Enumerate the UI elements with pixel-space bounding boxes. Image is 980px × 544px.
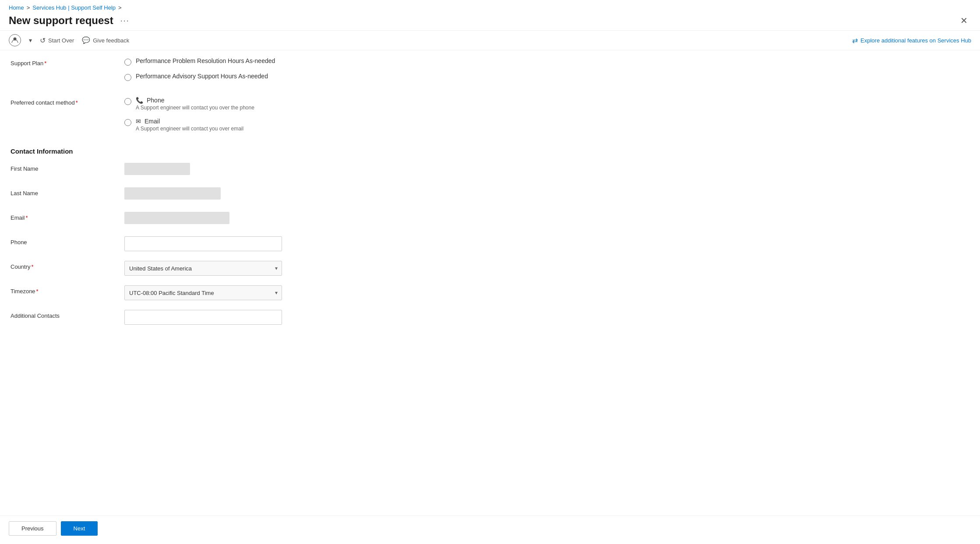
additional-contacts-row: Additional Contacts: [11, 310, 969, 326]
support-plan-label: Support Plan*: [11, 57, 124, 67]
support-plan-option2[interactable]: Performance Advisory Support Hours As-ne…: [124, 73, 969, 81]
additional-contacts-label: Additional Contacts: [11, 310, 124, 319]
start-over-label: Start Over: [48, 37, 74, 44]
phone-label: Phone: [11, 236, 124, 246]
scroll-container: Support Plan* Performance Problem Resolu…: [0, 50, 980, 516]
first-name-blurred: [124, 163, 190, 175]
contact-phone-radio[interactable]: [124, 98, 131, 105]
dropdown-chevron-icon: ▾: [29, 37, 32, 44]
phone-row: Phone: [11, 236, 969, 252]
support-plan-radio1[interactable]: [124, 59, 131, 66]
email-icon: ✉: [136, 118, 141, 125]
timezone-label: Timezone*: [11, 285, 124, 295]
breadcrumb-sep1: >: [27, 4, 30, 11]
contact-information-section: Contact Information First Name Last Name…: [11, 147, 969, 326]
contact-email-desc: A Support engineer will contact you over…: [136, 126, 243, 132]
contact-email-label: Email: [145, 118, 160, 125]
explore-features-label: Explore additional features on Services …: [860, 37, 971, 44]
bottom-navigation: Previous Next: [0, 516, 980, 541]
timezone-select[interactable]: UTC-08:00 Pacific Standard Time UTC-07:0…: [124, 285, 282, 300]
page-title: New support request: [9, 14, 113, 27]
previous-button[interactable]: Previous: [9, 521, 56, 536]
support-plan-option1[interactable]: Performance Problem Resolution Hours As-…: [124, 57, 969, 66]
give-feedback-button[interactable]: 💬 Give feedback: [82, 36, 129, 44]
breadcrumb-services-hub[interactable]: Services Hub | Support Self Help: [32, 4, 116, 11]
breadcrumb-sep2: >: [118, 4, 122, 11]
contact-info-heading: Contact Information: [11, 147, 969, 155]
contact-email-option[interactable]: ✉ Email A Support engineer will contact …: [124, 118, 969, 132]
contact-phone-option[interactable]: 📞 Phone A Support engineer will contact …: [124, 97, 969, 111]
support-plan-option2-label: Performance Advisory Support Hours As-ne…: [136, 73, 268, 80]
first-name-label: First Name: [11, 163, 124, 172]
breadcrumb-home[interactable]: Home: [9, 4, 24, 11]
next-button[interactable]: Next: [61, 521, 98, 536]
additional-contacts-input[interactable]: [124, 310, 282, 325]
country-label: Country*: [11, 261, 124, 270]
ellipsis-button[interactable]: ···: [118, 15, 132, 26]
close-button[interactable]: ✕: [957, 14, 971, 27]
email-label: Email*: [11, 212, 124, 221]
dropdown-button[interactable]: ▾: [29, 37, 32, 44]
contact-email-radio[interactable]: [124, 119, 131, 126]
breadcrumb: Home > Services Hub | Support Self Help …: [0, 0, 980, 13]
contact-phone-desc: A Support engineer will contact you over…: [136, 105, 254, 111]
last-name-label: Last Name: [11, 187, 124, 197]
email-row: Email*: [11, 212, 969, 228]
timezone-row: Timezone* UTC-08:00 Pacific Standard Tim…: [11, 285, 969, 301]
refresh-icon: ↺: [40, 36, 46, 45]
preferred-contact-label: Preferred contact method*: [11, 97, 124, 106]
feedback-icon: 💬: [82, 36, 90, 44]
phone-input[interactable]: [124, 236, 282, 251]
last-name-row: Last Name: [11, 187, 969, 203]
first-name-row: First Name: [11, 163, 969, 179]
preferred-contact-row: Preferred contact method* 📞 Phone A Supp…: [11, 97, 969, 139]
support-plan-option1-label: Performance Problem Resolution Hours As-…: [136, 57, 275, 64]
country-row: Country* United States of America Canada…: [11, 261, 969, 277]
email-blurred: [124, 212, 229, 224]
support-plan-options: Performance Problem Resolution Hours As-…: [124, 57, 969, 88]
explore-features-link[interactable]: ⇄ Explore additional features on Service…: [852, 36, 971, 45]
give-feedback-label: Give feedback: [93, 37, 129, 44]
page-header: New support request ··· ✕: [0, 13, 980, 30]
user-icon: [9, 34, 21, 46]
explore-icon: ⇄: [852, 36, 858, 45]
start-over-button[interactable]: ↺ Start Over: [40, 36, 74, 45]
contact-phone-label: Phone: [147, 97, 164, 104]
support-plan-row: Support Plan* Performance Problem Resolu…: [11, 57, 969, 88]
preferred-contact-options: 📞 Phone A Support engineer will contact …: [124, 97, 969, 139]
country-select[interactable]: United States of America Canada United K…: [124, 261, 282, 276]
main-scroll-area[interactable]: Support Plan* Performance Problem Resolu…: [0, 50, 980, 516]
toolbar: ▾ ↺ Start Over 💬 Give feedback ⇄ Explore…: [0, 30, 980, 50]
phone-icon: 📞: [136, 97, 143, 104]
last-name-blurred: [124, 187, 221, 200]
support-plan-radio2[interactable]: [124, 74, 131, 81]
